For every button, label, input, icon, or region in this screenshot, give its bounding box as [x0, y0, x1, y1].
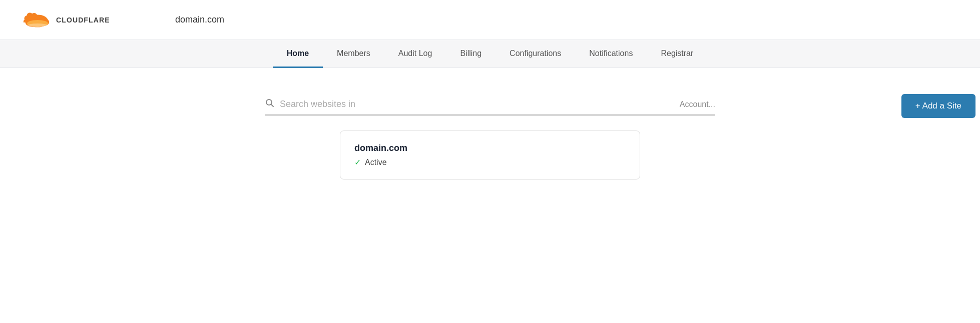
header: CLOUDFLARE domain.com [0, 0, 980, 40]
svg-point-5 [27, 24, 48, 28]
nav-label-home: Home [287, 49, 309, 58]
svg-line-7 [271, 104, 274, 107]
nav-item-notifications[interactable]: Notifications [575, 40, 647, 68]
nav-label-billing: Billing [460, 49, 481, 58]
cloudflare-logo-cloud [20, 8, 55, 34]
navbar: Home Members Audit Log Billing Configura… [0, 40, 980, 68]
nav-item-registrar[interactable]: Registrar [647, 40, 707, 68]
nav-label-registrar: Registrar [661, 49, 693, 58]
search-input-wrapper: Account... [265, 98, 715, 116]
account-name: domain.com [175, 14, 224, 25]
nav-label-members: Members [337, 49, 370, 58]
logo-area: CLOUDFLARE [20, 8, 160, 31]
account-filter: Account... [680, 100, 715, 109]
add-site-button[interactable]: + Add a Site [901, 94, 975, 118]
nav-item-home[interactable]: Home [273, 40, 323, 68]
search-icon [265, 98, 275, 110]
search-row: Account... + Add a Site [265, 98, 715, 116]
site-status: ✓ Active [354, 158, 626, 167]
main-content: Account... + Add a Site domain.com ✓ Act… [0, 68, 980, 210]
nav-label-notifications: Notifications [589, 49, 633, 58]
nav-item-configurations[interactable]: Configurations [496, 40, 575, 68]
logo-text: CLOUDFLARE [56, 16, 110, 24]
status-label: Active [365, 158, 387, 167]
nav-label-audit-log: Audit Log [398, 49, 432, 58]
status-check-icon: ✓ [354, 158, 361, 167]
nav-label-configurations: Configurations [510, 49, 561, 58]
nav-item-members[interactable]: Members [323, 40, 384, 68]
nav-item-audit-log[interactable]: Audit Log [384, 40, 446, 68]
nav-items: Home Members Audit Log Billing Configura… [273, 40, 708, 68]
nav-item-billing[interactable]: Billing [446, 40, 496, 68]
site-name: domain.com [354, 143, 626, 154]
site-card[interactable]: domain.com ✓ Active [340, 130, 640, 180]
search-input[interactable] [280, 99, 675, 110]
